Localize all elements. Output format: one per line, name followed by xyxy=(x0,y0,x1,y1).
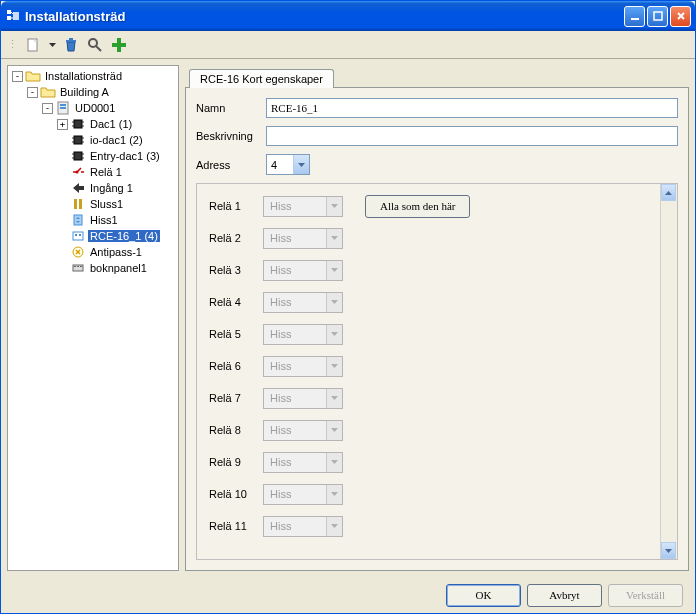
tree-label[interactable]: Antipass-1 xyxy=(88,246,144,258)
tab-properties[interactable]: RCE-16 Kort egenskaper xyxy=(189,69,334,88)
chip-icon xyxy=(70,116,86,132)
tree-node[interactable]: Entry-dac1 (3) xyxy=(10,148,176,164)
scroll-up-icon[interactable] xyxy=(661,184,676,201)
description-input[interactable] xyxy=(266,126,678,146)
chevron-down-icon[interactable] xyxy=(326,421,342,440)
gate-icon xyxy=(70,196,86,212)
tree-panel[interactable]: -Installationsträd-Building A-UD0001+Dac… xyxy=(7,65,179,571)
tree-label[interactable]: Hiss1 xyxy=(88,214,120,226)
relay-type-combo[interactable]: Hiss xyxy=(263,260,343,281)
svg-marker-64 xyxy=(665,191,672,195)
maximize-button[interactable] xyxy=(647,6,668,27)
tree-label[interactable]: Sluss1 xyxy=(88,198,125,210)
chevron-down-icon[interactable] xyxy=(326,197,342,216)
plus-icon[interactable] xyxy=(110,36,128,54)
relay-type-combo[interactable]: Hiss xyxy=(263,292,343,313)
app-icon xyxy=(5,8,21,24)
relay-label: Relä 3 xyxy=(209,264,253,276)
relay-type-combo[interactable]: Hiss xyxy=(263,228,343,249)
tree-node[interactable]: Antipass-1 xyxy=(10,244,176,260)
relay-type-combo[interactable]: Hiss xyxy=(263,196,343,217)
tree-label[interactable]: UD0001 xyxy=(73,102,117,114)
tree-label[interactable]: boknpanel1 xyxy=(88,262,149,274)
chevron-down-icon[interactable] xyxy=(326,517,342,536)
tree-toggle-icon[interactable]: + xyxy=(57,119,68,130)
tab-body: Namn Beskrivning Adress 4 Relä 1HissAlla… xyxy=(185,87,689,571)
apply-button[interactable]: Verkställ xyxy=(608,584,683,607)
tree-label[interactable]: RCE-16_1 (4) xyxy=(88,230,160,242)
tree-node[interactable]: Sluss1 xyxy=(10,196,176,212)
ok-button[interactable]: OK xyxy=(446,584,521,607)
relay-label: Relä 5 xyxy=(209,328,253,340)
svg-marker-11 xyxy=(49,43,56,47)
chevron-down-icon[interactable] xyxy=(293,155,309,174)
svg-marker-58 xyxy=(331,364,338,368)
chevron-down-icon[interactable] xyxy=(326,261,342,280)
new-item-icon[interactable] xyxy=(24,36,42,54)
tree-node[interactable]: io-dac1 (2) xyxy=(10,132,176,148)
tree-label[interactable]: Installationsträd xyxy=(43,70,124,82)
relay-row: Relä 4Hiss xyxy=(209,290,648,314)
tree-node[interactable]: Hiss1 xyxy=(10,212,176,228)
dropdown-arrow-icon[interactable] xyxy=(48,36,56,54)
address-combo[interactable]: 4 xyxy=(266,154,310,175)
tree-node[interactable]: -Building A xyxy=(10,84,176,100)
apply-all-button[interactable]: Alla som den här xyxy=(365,195,470,218)
relay-row: Relä 7Hiss xyxy=(209,386,648,410)
scroll-down-icon[interactable] xyxy=(661,542,676,559)
chevron-down-icon[interactable] xyxy=(326,325,342,344)
relay-type-combo[interactable]: Hiss xyxy=(263,388,343,409)
relay-type-combo[interactable]: Hiss xyxy=(263,516,343,537)
antipass-icon xyxy=(70,244,86,260)
cancel-button[interactable]: Avbryt xyxy=(527,584,602,607)
relay-type-combo[interactable]: Hiss xyxy=(263,420,343,441)
relay-label: Relä 7 xyxy=(209,392,253,404)
svg-rect-50 xyxy=(77,266,79,267)
folder-open-icon xyxy=(40,84,56,100)
tree-node[interactable]: Relä 1 xyxy=(10,164,176,180)
relay-area: Relä 1HissAlla som den härRelä 2HissRelä… xyxy=(196,183,678,560)
tree-label[interactable]: Entry-dac1 (3) xyxy=(88,150,162,162)
close-button[interactable] xyxy=(670,6,691,27)
relay-type-combo[interactable]: Hiss xyxy=(263,356,343,377)
chevron-down-icon[interactable] xyxy=(326,389,342,408)
tree-node[interactable]: +Dac1 (1) xyxy=(10,116,176,132)
tree-node[interactable]: RCE-16_1 (4) xyxy=(10,228,176,244)
tree-label[interactable]: Relä 1 xyxy=(88,166,124,178)
tree-label[interactable]: io-dac1 (2) xyxy=(88,134,145,146)
svg-rect-5 xyxy=(631,18,639,20)
svg-point-14 xyxy=(89,39,97,47)
chevron-down-icon[interactable] xyxy=(326,293,342,312)
relay-label: Relä 6 xyxy=(209,360,253,372)
relay-label: Relä 9 xyxy=(209,456,253,468)
relay-row: Relä 2Hiss xyxy=(209,226,648,250)
tree-label[interactable]: Ingång 1 xyxy=(88,182,135,194)
chevron-down-icon[interactable] xyxy=(326,485,342,504)
relay-type-combo[interactable]: Hiss xyxy=(263,484,343,505)
relay-type-combo[interactable]: Hiss xyxy=(263,324,343,345)
chevron-down-icon[interactable] xyxy=(326,453,342,472)
svg-rect-45 xyxy=(75,234,77,236)
tree-node[interactable]: -Installationsträd xyxy=(10,68,176,84)
tree-label[interactable]: Building A xyxy=(58,86,111,98)
chevron-down-icon[interactable] xyxy=(326,357,342,376)
relay-label: Relä 4 xyxy=(209,296,253,308)
minimize-button[interactable] xyxy=(624,6,645,27)
scrollbar[interactable] xyxy=(660,184,677,559)
tree-label[interactable]: Dac1 (1) xyxy=(88,118,134,130)
magnifier-icon[interactable] xyxy=(86,36,104,54)
tree-node[interactable]: boknpanel1 xyxy=(10,260,176,276)
relay-row: Relä 5Hiss xyxy=(209,322,648,346)
relay-type-combo[interactable]: Hiss xyxy=(263,452,343,473)
tree-node[interactable]: Ingång 1 xyxy=(10,180,176,196)
name-input[interactable] xyxy=(266,98,678,118)
tree-toggle-icon[interactable]: - xyxy=(27,87,38,98)
chevron-down-icon[interactable] xyxy=(326,229,342,248)
relay-row: Relä 6Hiss xyxy=(209,354,648,378)
svg-rect-0 xyxy=(7,10,11,14)
tree-node[interactable]: -UD0001 xyxy=(10,100,176,116)
tab-strip: RCE-16 Kort egenskaper xyxy=(185,65,689,87)
tree-toggle-icon[interactable]: - xyxy=(42,103,53,114)
trash-icon[interactable] xyxy=(62,36,80,54)
tree-toggle-icon[interactable]: - xyxy=(12,71,23,82)
